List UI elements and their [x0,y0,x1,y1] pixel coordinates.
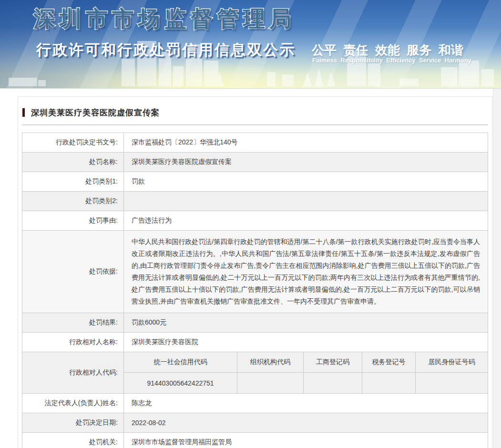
row-value: 深市监福处罚〔2022〕华强北140号 [123,133,488,152]
row-label: 法定代表人(负责人)姓名: [22,394,123,413]
truck-cab-icon [38,80,46,86]
tree-shape [327,72,336,86]
row-label: 行政处罚决定书文号: [22,133,123,152]
code-value: 914403005642422751 [123,373,237,393]
table-row-penalty-name: 处罚名称: 深圳美莱医疗美容医院虚假宣传案 [22,153,488,172]
row-value: 陈志龙 [123,394,488,413]
code-value [237,373,303,393]
tree-shape [215,72,224,86]
row-value: 深圳美莱医疗美容医院虚假宣传案 [123,153,488,172]
row-label: 处罚机关: [22,433,123,448]
building-shape [481,69,494,86]
building-shape [441,67,457,86]
building-shape [282,75,294,86]
table-row-counterpart-codes: 行政相对人代码: 统一社会信用代码 组织机构代码 工商登记码 税务登记号 居民身… [22,352,488,394]
tree-shape [303,72,312,86]
row-label: 处罚依据: [22,231,123,313]
building-shape [459,61,479,86]
building-shape [122,59,135,86]
table-row-penalty-result: 处罚结果: 罚款6000元 [22,313,488,333]
code-column-header: 工商登记码 [303,352,362,373]
table-row-penalty-category-2: 处罚类别2: [22,192,488,211]
code-column-header: 统一社会信用代码 [123,352,237,373]
motto-chinese: 公平 责任 效能 服务 和谐 [312,42,463,59]
page-title: 深圳美莱医疗美容医院虚假宣传案 [31,108,160,117]
table-row-legal-representative: 法定代表人(负责人)姓名: 陈志龙 [22,394,488,413]
building-shape [267,72,276,86]
tree-shape [315,68,323,86]
case-title-block: 深圳美莱医疗美容医院虚假宣传案 [22,107,488,118]
site-subtitle: 行政许可和行政处罚信用信息双公示 [36,40,296,60]
row-label: 处罚结果: [22,313,123,332]
row-value: 罚款 [123,172,488,191]
row-value: 2022-08-02 [123,413,488,432]
content-panel: 深圳美莱医疗美容医院虚假宣传案 行政处罚决定书文号: 深市监福处罚〔2022〕华… [18,96,492,448]
codes-sub-table: 统一社会信用代码 组织机构代码 工商登记码 税务登记号 居民身份证号码 9144… [123,352,488,393]
table-row-decision-date: 处罚决定日期: 2022-08-02 [22,413,488,433]
code-value [303,373,362,393]
building-shape [368,63,380,86]
site-banner: 深圳市市场监督管理局 行政许可和行政处罚信用信息双公示 公平 责任 效能 服务 … [0,0,501,89]
row-value: 罚款6000元 [123,313,488,332]
truck-icon [9,78,37,86]
code-value [362,373,415,393]
penalty-info-table: 行政处罚决定书文号: 深市监福处罚〔2022〕华强北140号 处罚名称: 深圳美… [22,132,488,448]
row-value: 中华人民共和国行政处罚法/第四章行政处罚的管辖和适用/第二十八条/第一款行政机关… [123,231,488,313]
table-row-penalty-basis: 处罚依据: 中华人民共和国行政处罚法/第四章行政处罚的管辖和适用/第二十八条/第… [22,231,488,313]
motto-english: Faimess Responsibility Efficiency Servic… [312,57,471,64]
row-value: 深圳市市场监督管理局福田监管局 [123,433,488,448]
table-row-penalty-authority: 处罚机关: 深圳市市场监督管理局福田监管局 [22,433,488,448]
row-label: 处罚类别2: [22,192,123,211]
title-accent-bar [22,108,25,117]
table-row-decision-number: 行政处罚决定书文号: 深市监福处罚〔2022〕华强北140号 [22,133,488,153]
table-row-penalty-reason: 处罚事由: 广告违法行为 [22,211,488,231]
code-column-header: 税务登记号 [362,352,415,373]
table-row-penalty-category-1: 处罚类别1: 罚款 [22,172,488,192]
code-column-header: 组织机构代码 [237,352,303,373]
row-value [123,192,488,211]
building-shape [173,66,184,86]
title-divider [22,124,488,125]
page-right-gutter [493,89,501,448]
row-label: 处罚名称: [22,153,123,172]
page-body: 深圳美莱医疗美容医院虚假宣传案 行政处罚决定书文号: 深市监福处罚〔2022〕华… [0,89,501,448]
row-label: 处罚事由: [22,211,123,230]
truck-icon [399,79,419,86]
row-value: 深圳美莱医疗美容医院 [123,333,488,352]
row-label: 处罚决定日期: [22,413,123,432]
site-title: 深圳市市场监督管理局 [33,4,296,34]
row-label: 处罚类别1: [22,172,123,191]
table-row-counterpart-name: 行政相对人名称: 深圳美莱医疗美容医院 [22,333,488,352]
code-value [415,373,488,393]
code-column-header: 居民身份证号码 [415,352,488,373]
row-value: 广告违法行为 [123,211,488,230]
row-label: 行政相对人名称: [22,333,123,352]
row-label: 行政相对人代码: [22,352,123,393]
